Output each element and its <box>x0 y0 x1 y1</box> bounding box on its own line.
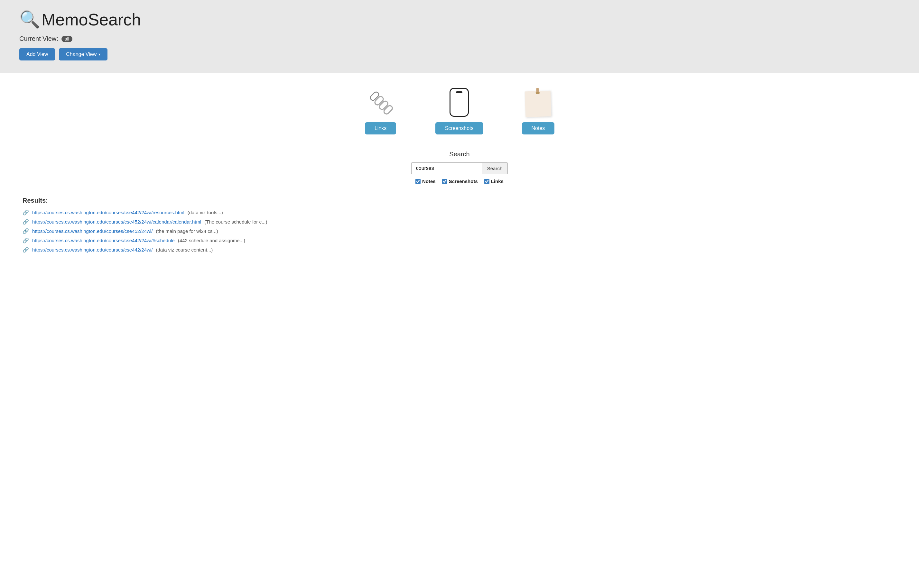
result-item: 🔗 https://courses.cs.washington.edu/cour… <box>23 209 900 215</box>
result-item: 🔗 https://courses.cs.washington.edu/cour… <box>23 247 900 253</box>
result-item: 🔗 https://courses.cs.washington.edu/cour… <box>23 237 900 244</box>
notes-checkbox-text: Notes <box>422 179 436 184</box>
svg-rect-0 <box>369 91 380 102</box>
current-view-badge: all <box>61 36 73 42</box>
phone-notch <box>456 91 463 93</box>
categories-row: Links Screenshots Notes <box>19 86 900 134</box>
current-view-row: Current View: all <box>19 35 900 42</box>
current-view-label: Current View: <box>19 35 58 42</box>
results-list: 🔗 https://courses.cs.washington.edu/cour… <box>23 209 900 253</box>
notes-icon-container <box>522 86 554 118</box>
link-chain-icon: 🔗 <box>23 247 29 253</box>
links-checkbox-text: Links <box>491 179 503 184</box>
screenshots-button[interactable]: Screenshots <box>435 122 483 134</box>
link-chain-icon: 🔗 <box>23 219 29 225</box>
results-label: Results: <box>23 197 900 204</box>
search-checkboxes: Notes Screenshots Links <box>416 179 503 184</box>
result-link[interactable]: https://courses.cs.washington.edu/course… <box>32 247 152 252</box>
result-description: (data viz tools...) <box>188 210 223 215</box>
search-button[interactable]: Search <box>482 162 508 174</box>
search-input-row: Search <box>411 162 508 174</box>
chevron-down-icon: ▾ <box>99 52 100 57</box>
note-icon <box>525 91 552 117</box>
chain-icon <box>366 88 395 117</box>
search-section: Search Search Notes Screenshots Links <box>19 150 900 184</box>
screenshots-checkbox[interactable] <box>442 179 447 184</box>
result-link[interactable]: https://courses.cs.washington.edu/course… <box>32 210 184 215</box>
svg-rect-4 <box>374 95 384 106</box>
category-notes: Notes <box>522 86 555 134</box>
magnifier-icon: 🔍 <box>19 10 40 29</box>
change-view-button[interactable]: Change View ▾ <box>59 48 107 60</box>
links-icon-container <box>364 86 397 118</box>
phone-icon <box>450 88 469 117</box>
screenshots-checkbox-text: Screenshots <box>449 179 478 184</box>
header-buttons: Add View Change View ▾ <box>19 48 900 60</box>
svg-rect-5 <box>379 100 389 111</box>
results-section: Results: 🔗 https://courses.cs.washington… <box>19 197 900 253</box>
result-link[interactable]: https://courses.cs.washington.edu/course… <box>32 219 201 225</box>
add-view-button[interactable]: Add View <box>19 48 55 60</box>
category-screenshots: Screenshots <box>435 86 483 134</box>
result-description: (the main page for wi24 cs...) <box>156 228 218 234</box>
search-label: Search <box>449 150 469 158</box>
result-description: (The course schedule for c...) <box>204 219 267 225</box>
category-links: Links <box>364 86 397 134</box>
result-link[interactable]: https://courses.cs.washington.edu/course… <box>32 238 175 243</box>
change-view-label: Change View <box>66 52 97 57</box>
notes-checkbox[interactable] <box>416 179 421 184</box>
app-title-row: 🔍 MemoSearch <box>19 10 900 29</box>
result-description: (442 schedule and assignme...) <box>178 238 245 243</box>
main-content: Links Screenshots Notes Se <box>0 73 919 269</box>
screenshots-checkbox-label[interactable]: Screenshots <box>442 179 478 184</box>
notes-button[interactable]: Notes <box>522 122 555 134</box>
screenshots-icon-container <box>443 86 475 118</box>
result-description: (data viz course content...) <box>156 247 213 252</box>
result-item: 🔗 https://courses.cs.washington.edu/cour… <box>23 219 900 225</box>
note-pin-icon <box>536 88 539 93</box>
result-link[interactable]: https://courses.cs.washington.edu/course… <box>32 228 152 234</box>
svg-rect-6 <box>383 105 393 115</box>
link-chain-icon: 🔗 <box>23 237 29 244</box>
links-button[interactable]: Links <box>365 122 396 134</box>
header: 🔍 MemoSearch Current View: all Add View … <box>0 0 919 73</box>
link-chain-icon: 🔗 <box>23 228 29 234</box>
search-input[interactable] <box>411 162 482 174</box>
notes-checkbox-label[interactable]: Notes <box>416 179 436 184</box>
result-item: 🔗 https://courses.cs.washington.edu/cour… <box>23 228 900 234</box>
links-checkbox-label[interactable]: Links <box>484 179 503 184</box>
link-chain-icon: 🔗 <box>23 209 29 215</box>
links-checkbox[interactable] <box>484 179 489 184</box>
app-title-text: MemoSearch <box>42 10 141 29</box>
